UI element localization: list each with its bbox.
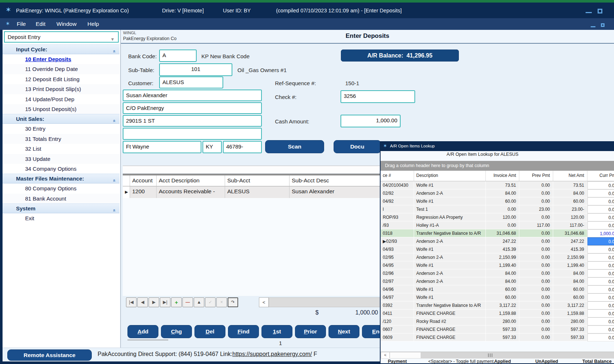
- maximize-icon[interactable]: [598, 9, 602, 13]
- sidebar-item[interactable]: 12 Deposit Edit Listing: [3, 74, 119, 84]
- documents-button[interactable]: Docu: [334, 140, 381, 153]
- open-item-row[interactable]: 04/20100430Wolfe #173.510.0073.510.00: [381, 181, 614, 189]
- chevron-up-icon[interactable]: «: [109, 120, 119, 122]
- sidebar-item[interactable]: 30 Entry: [3, 124, 119, 134]
- sidebar-group-header[interactable]: System«: [3, 203, 119, 213]
- curr-pmt-cell[interactable]: 0.00: [587, 301, 614, 309]
- open-item-row[interactable]: 0609FINANCE CHARGE597.330.00597.330.00: [381, 333, 614, 341]
- grid-column-header[interactable]: Acct Description: [157, 175, 225, 186]
- menu-window[interactable]: Window: [56, 21, 76, 27]
- popup-scroll-thumb[interactable]: [390, 352, 421, 358]
- cash-amount-input[interactable]: 1,000.00: [341, 115, 401, 127]
- child-maximize-icon[interactable]: [601, 23, 605, 27]
- popup-hscrollbar[interactable]: <: [381, 352, 614, 359]
- popup-column-header[interactable]: Curr Pmt: [587, 171, 614, 181]
- refresh-icon[interactable]: ↷: [228, 297, 238, 307]
- sidebar-item[interactable]: 11 Override Dep Date: [3, 64, 119, 74]
- sidebar-item[interactable]: 33 Update: [3, 154, 119, 164]
- curr-pmt-cell[interactable]: 0.00: [587, 189, 614, 197]
- grid-hscrollbar[interactable]: [269, 297, 381, 307]
- bank-code-input[interactable]: A: [159, 50, 197, 62]
- curr-pmt-cell[interactable]: 0.00: [587, 309, 614, 317]
- record-marker-icon[interactable]: ▶: [123, 186, 130, 198]
- city-input[interactable]: Ft Wayne: [123, 141, 201, 153]
- grid-column-header[interactable]: Sub-Acct Desc: [290, 175, 381, 186]
- open-item-row[interactable]: 0607FINANCE CHARGE597.330.00597.330.00: [381, 325, 614, 333]
- grid-data-row[interactable]: ▶1200Accounts Receivable -ALESUSSusan Al…: [123, 186, 381, 198]
- open-item-row[interactable]: 02/92Anderson 2-A84.000.0084.000.00: [381, 189, 614, 197]
- curr-pmt-cell[interactable]: 0.00: [587, 197, 614, 205]
- post-edit-icon[interactable]: ✓: [205, 297, 216, 307]
- sub-table-input[interactable]: 101: [159, 63, 232, 76]
- action-button-1st[interactable]: 1st: [261, 325, 292, 338]
- curr-pmt-cell[interactable]: 0.00: [587, 293, 614, 301]
- curr-pmt-cell[interactable]: 0.00: [587, 253, 614, 261]
- open-item-row[interactable]: 04/96Wolfe #160.000.0060.000.00: [381, 285, 614, 293]
- action-button-del[interactable]: Del: [194, 325, 225, 338]
- child-minimize-icon[interactable]: [591, 26, 595, 27]
- action-button-prior[interactable]: Prior: [295, 325, 326, 338]
- cancel-edit-icon[interactable]: ×: [216, 297, 227, 307]
- curr-pmt-cell[interactable]: 0.00: [587, 277, 614, 285]
- action-button-next[interactable]: Next: [328, 325, 359, 338]
- popup-column-header[interactable]: Prev Pmt: [519, 171, 553, 181]
- sidebar-item[interactable]: 81 Bank Account: [3, 194, 119, 203]
- support-link[interactable]: https://support.pakenergy.com/: [232, 351, 312, 357]
- grid-cell[interactable]: Susan Alexander: [290, 186, 381, 198]
- open-item-row[interactable]: 04/93Wolfe #1415.390.00415.390.00: [381, 245, 614, 253]
- open-item-row[interactable]: 04/92Wolfe #160.000.0060.000.00: [381, 197, 614, 205]
- curr-pmt-cell[interactable]: 0.00: [587, 333, 614, 341]
- curr-pmt-cell[interactable]: 0.00: [587, 317, 614, 325]
- open-item-row[interactable]: /120Rocky Road #2280.000.00280.000.00: [381, 317, 614, 325]
- action-button-add[interactable]: Add: [127, 325, 158, 338]
- curr-pmt-cell[interactable]: 0.00: [587, 237, 614, 245]
- open-item-row[interactable]: 02/95Anderson 2-A2,150.990.002,150.990.0…: [381, 253, 614, 261]
- curr-pmt-cell[interactable]: 0.00: [587, 261, 614, 269]
- open-item-row[interactable]: ROP/93Regression AA Property120.000.0012…: [381, 213, 614, 221]
- grid-cell[interactable]: Accounts Receivable -: [157, 186, 225, 198]
- menu-help[interactable]: Help: [87, 21, 99, 27]
- next-record-icon[interactable]: ▶: [149, 297, 159, 307]
- group-by-bar[interactable]: Drag a column header here to group by th…: [381, 161, 614, 171]
- sidebar-item[interactable]: 80 Company Options: [3, 183, 119, 193]
- open-item-row[interactable]: 04/95Wolfe #11,199.400.001,199.400.00: [381, 261, 614, 269]
- last-record-icon[interactable]: ▶|: [160, 297, 170, 307]
- curr-pmt-cell[interactable]: 0.00: [587, 269, 614, 277]
- open-item-row[interactable]: 0318Transfer Negative Balance to A/R31,0…: [381, 229, 614, 237]
- sidebar-item[interactable]: 14 Update/Post Dep: [3, 94, 119, 104]
- scan-button[interactable]: Scan: [265, 140, 324, 153]
- sidebar-item[interactable]: 15 Unpost Deposit(s): [3, 104, 119, 114]
- chevron-up-icon[interactable]: «: [109, 179, 119, 181]
- chevron-up-icon[interactable]: «: [109, 50, 119, 52]
- open-item-row[interactable]: 04/97Wolfe #160.000.0060.000.00: [381, 293, 614, 301]
- address-line4-input[interactable]: [123, 128, 262, 140]
- curr-pmt-cell[interactable]: 0.00: [587, 205, 614, 213]
- chevron-up-icon[interactable]: «: [109, 209, 119, 211]
- sidebar-group-header[interactable]: Input Cycle:«: [3, 44, 119, 54]
- curr-pmt-cell[interactable]: 1,000.00: [587, 229, 614, 237]
- address-line3-input[interactable]: 2901S 1 ST: [123, 115, 262, 127]
- check-input[interactable]: 3256: [341, 90, 415, 103]
- remote-assistance-button[interactable]: Remote Assistance: [7, 349, 92, 361]
- open-item-row[interactable]: 0411FINANCE CHARGE1,159.880.001,159.880.…: [381, 309, 614, 317]
- prior-record-icon[interactable]: ◀: [137, 297, 148, 307]
- popup-column-header[interactable]: ce #: [381, 171, 414, 181]
- zip-input[interactable]: 46789-: [223, 141, 262, 153]
- customer-input[interactable]: ALESUS: [159, 76, 223, 88]
- menu-edit[interactable]: Edit: [36, 21, 46, 27]
- grid-column-header[interactable]: Account: [130, 175, 157, 186]
- curr-pmt-cell[interactable]: 0.00: [587, 325, 614, 333]
- curr-pmt-cell[interactable]: 0.00: [587, 181, 614, 189]
- curr-pmt-cell[interactable]: 0.00: [587, 285, 614, 293]
- minimize-icon[interactable]: [586, 12, 592, 13]
- menu-file[interactable]: File: [17, 21, 26, 27]
- splitter-band[interactable]: [123, 166, 381, 173]
- grid-column-header[interactable]: Sub-Acct: [225, 175, 290, 186]
- edit-record-icon[interactable]: ▲: [194, 297, 204, 307]
- open-item-row[interactable]: 02/96Anderson 2-A84.000.0084.000.00: [381, 269, 614, 277]
- popup-scroll-left-icon[interactable]: <: [381, 352, 389, 358]
- sidebar-item[interactable]: 34 Company Options: [3, 164, 119, 174]
- first-record-icon[interactable]: |◀: [126, 297, 137, 307]
- state-input[interactable]: KY: [202, 141, 222, 153]
- curr-pmt-cell[interactable]: 0.00: [587, 221, 614, 229]
